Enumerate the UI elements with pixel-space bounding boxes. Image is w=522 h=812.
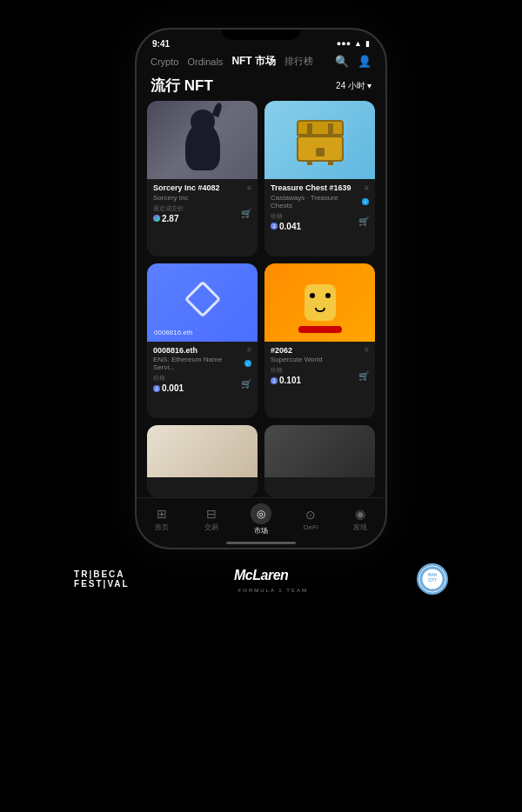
svg-text:CITY: CITY: [428, 578, 437, 582]
mclaren-logo: McLaren FORMULA 1 TEAM: [234, 565, 312, 593]
menu-dots[interactable]: ≡: [247, 184, 251, 193]
tribeca-line1: TR|BECA: [74, 569, 130, 579]
nft-price-ens: 价格 Ξ 0.001: [153, 374, 184, 393]
bottom-nav: ⊞ 首页 ⊟ 交易 ◎ 市场 ⊙ DeFi ◉ 发现: [137, 497, 385, 539]
page-title: 流行 NFT: [151, 76, 213, 96]
logos-section: TR|BECA FEST|VAL McLaren FORMULA 1 TEAM …: [0, 549, 522, 603]
nft-card-treasure[interactable]: Treasure Chest #1639 ≡ Castaways · Treas…: [264, 101, 375, 256]
char-body: [304, 284, 336, 321]
nav-ranking[interactable]: 排行榜: [284, 55, 313, 68]
phone-notch: [222, 30, 300, 40]
nft-price-row-ens: 价格 Ξ 0.001 🛒: [153, 374, 251, 393]
phone-shell: 9:41 ●●● ▲ ▮ Crypto Ordinals NFT 市场 排行榜 …: [135, 28, 387, 549]
nft-info-sorcery: Sorcery Inc #4082 ≡ Sorcery Inc 最近成交价 2.…: [147, 179, 258, 229]
status-time: 9:41: [152, 39, 170, 49]
nft-grid: Sorcery Inc #4082 ≡ Sorcery Inc 最近成交价 2.…: [137, 101, 385, 497]
search-icon[interactable]: 🔍: [335, 55, 349, 68]
tribeca-line2: FEST|VAL: [74, 579, 130, 589]
silhouette-hair: [212, 102, 224, 117]
nft-card-sorcery[interactable]: Sorcery Inc #4082 ≡ Sorcery Inc 最近成交价 2.…: [147, 101, 258, 256]
nav-trade[interactable]: ⊟ 交易: [186, 507, 236, 532]
nav-discover[interactable]: ◉ 发现: [336, 507, 385, 532]
nft-name-treasure: Treasure Chest #1639 ≡: [271, 183, 369, 193]
nft-name-ens: 0008816.eth ≡: [153, 346, 251, 356]
char-board: [298, 326, 342, 333]
tribeca-logo: TR|BECA FEST|VAL: [74, 569, 130, 589]
nav-defi[interactable]: ⊙ DeFi: [286, 508, 336, 531]
chevron-down-icon: ▾: [367, 81, 371, 90]
home-indicator: [226, 542, 296, 544]
menu-dots-supercute[interactable]: ≡: [365, 346, 369, 355]
char-eye-right: [325, 293, 331, 298]
menu-dots-treasure[interactable]: ≡: [365, 184, 369, 193]
char-mouth: [315, 308, 325, 312]
nft-collection-ens: ENS: Ethereum Name Servi... ✓: [153, 356, 251, 371]
price-value-treasure: Ξ 0.041: [271, 222, 301, 231]
chest-lid: [297, 120, 344, 136]
silhouette: [178, 110, 226, 170]
eth-icon-supercute: Ξ: [271, 377, 278, 384]
mancity-logo: MAN CITY: [417, 563, 448, 595]
market-icon: ◎: [251, 503, 271, 524]
nft-price-row-sorcery: 最近成交价 2.87 🛒: [153, 204, 251, 223]
eth-icon-ens: Ξ: [153, 385, 160, 392]
nft-name-sorcery: Sorcery Inc #4082 ≡: [153, 183, 251, 193]
discover-label: 发现: [353, 522, 367, 532]
profile-icon[interactable]: 👤: [358, 55, 371, 68]
nft-name-supercute: #2062 ≡: [271, 346, 369, 356]
discover-icon: ◉: [355, 507, 365, 521]
verified-badge-treasure: ✓: [362, 198, 369, 205]
nav-ordinals[interactable]: Ordinals: [187, 57, 223, 67]
ens-diamond: [184, 280, 220, 316]
sol-icon: [153, 215, 160, 222]
phone-screen: 9:41 ●●● ▲ ▮ Crypto Ordinals NFT 市场 排行榜 …: [137, 30, 385, 548]
nft-image-ens: 0008816.eth: [147, 263, 258, 342]
nft-price-treasure: 价格 Ξ 0.041: [271, 212, 301, 231]
char-eye-left: [310, 293, 315, 298]
nft-image-5: [147, 425, 258, 477]
nft-card-6[interactable]: [264, 425, 375, 497]
price-value-ens: Ξ 0.001: [153, 383, 184, 393]
nft-card-5[interactable]: [147, 425, 258, 497]
nft-image-treasure: [264, 101, 375, 179]
nav-home[interactable]: ⊞ 首页: [137, 507, 186, 532]
mclaren-subtitle: FORMULA 1 TEAM: [238, 588, 308, 593]
home-label: 首页: [155, 522, 169, 532]
nft-info-supercute: #2062 ≡ Supercute World 价格 Ξ 0.101: [264, 342, 375, 391]
time-filter[interactable]: 24 小时 ▾: [336, 80, 371, 92]
cart-icon-treasure[interactable]: 🛒: [358, 216, 369, 226]
menu-dots-ens[interactable]: ≡: [247, 346, 251, 355]
eth-icon: Ξ: [271, 223, 278, 230]
defi-icon: ⊙: [305, 508, 316, 522]
price-value-sorcery: 2.87: [153, 214, 184, 223]
nav-crypto[interactable]: Crypto: [151, 57, 178, 67]
nft-price-row-supercute: 价格 Ξ 0.101 🛒: [271, 366, 369, 385]
nav-nft-market[interactable]: NFT 市场: [231, 54, 276, 69]
nft-info-treasure: Treasure Chest #1639 ≡ Castaways · Treas…: [264, 179, 375, 236]
price-value-supercute: Ξ 0.101: [271, 376, 301, 385]
cart-icon-ens[interactable]: 🛒: [241, 379, 251, 389]
svg-text:MAN: MAN: [428, 573, 437, 577]
page-header: 流行 NFT 24 小时 ▾: [137, 72, 385, 101]
mclaren-text: McLaren: [234, 565, 312, 587]
verified-badge-ens: ✓: [244, 360, 251, 367]
nft-price-row-treasure: 价格 Ξ 0.041 🛒: [271, 212, 369, 231]
nft-price-sorcery: 最近成交价 2.87: [153, 204, 184, 223]
nft-collection-supercute: Supercute World: [271, 356, 369, 363]
signal-icon: ●●●: [337, 39, 351, 48]
nft-card-ens[interactable]: 0008816.eth 0008816.eth ≡ ENS: Ethereum …: [147, 263, 258, 419]
cart-icon-sorcery[interactable]: 🛒: [241, 209, 251, 218]
nft-info-ens: 0008816.eth ≡ ENS: Ethereum Name Servi..…: [147, 342, 258, 399]
chest-lock: [316, 148, 325, 156]
nav-market[interactable]: ◎ 市场: [236, 503, 285, 536]
status-icons: ●●● ▲ ▮: [337, 39, 370, 48]
nft-collection-sorcery: Sorcery Inc: [153, 194, 251, 202]
battery-icon: ▮: [365, 39, 370, 48]
nav-bar: Crypto Ordinals NFT 市场 排行榜 🔍 👤: [137, 50, 385, 72]
cart-icon-supercute[interactable]: 🛒: [358, 371, 369, 381]
chest: [294, 118, 346, 162]
nft-image-sorcery: [147, 101, 258, 179]
nft-card-supercute[interactable]: #2062 ≡ Supercute World 价格 Ξ 0.101: [264, 263, 375, 419]
svg-text:McLaren: McLaren: [234, 568, 289, 582]
defi-label: DeFi: [304, 523, 318, 531]
